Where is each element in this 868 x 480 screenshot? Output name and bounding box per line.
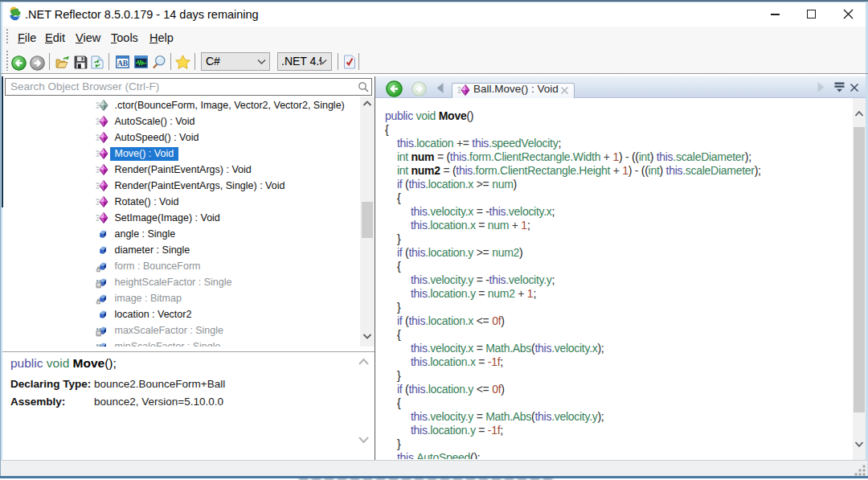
svg-text:AB: AB	[117, 59, 129, 68]
